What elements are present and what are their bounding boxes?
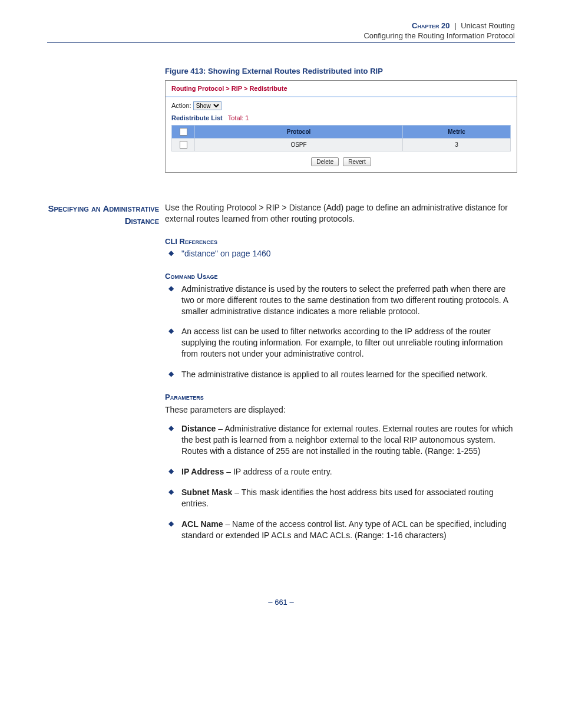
- list-total: Total: 1: [228, 114, 249, 121]
- embedded-ui-screenshot: Routing Protocol > RIP > Redistribute Ac…: [165, 80, 517, 173]
- list-item: Distance – Administrative distance for e…: [165, 423, 515, 457]
- list-item: IP Address – IP address of a route entry…: [165, 466, 515, 477]
- delete-button[interactable]: Delete: [311, 157, 339, 166]
- page-header: Chapter 20 | Unicast Routing Configuring…: [47, 21, 515, 43]
- action-select[interactable]: Show: [193, 101, 222, 110]
- chapter-label: Chapter 20: [412, 21, 449, 30]
- section: Specifying an Administrative Distance Us…: [47, 202, 515, 551]
- figure-caption: Figure 413: Showing External Routes Redi…: [165, 67, 515, 75]
- list-heading-row: Redistribute List Total: 1: [166, 114, 517, 125]
- list-item: Subnet Mask – This mask identifies the h…: [165, 487, 515, 509]
- redistribute-table: Protocol Metric OSPF 3: [171, 125, 511, 151]
- figure-block: Figure 413: Showing External Routes Redi…: [165, 67, 515, 173]
- list-item: ACL Name – Name of the access control li…: [165, 519, 515, 541]
- action-label: Action:: [171, 102, 191, 109]
- list-item: An access list can be used to filter net…: [165, 326, 515, 360]
- list-item: The administrative distance is applied t…: [165, 369, 515, 380]
- command-usage-heading: Command Usage: [165, 271, 515, 282]
- cell-metric: 3: [403, 139, 511, 151]
- parameters-list: Distance – Administrative distance for e…: [165, 423, 515, 541]
- select-all-checkbox[interactable]: [180, 128, 187, 136]
- chapter-title: Unicast Routing: [461, 21, 515, 30]
- table-row: OSPF 3: [172, 139, 511, 151]
- list-item: Administrative distance is used by the r…: [165, 284, 515, 317]
- table-buttons: Delete Revert: [166, 157, 517, 172]
- param-desc: – IP address of a route entry.: [224, 467, 332, 476]
- list-heading: Redistribute List: [171, 114, 223, 121]
- row-checkbox[interactable]: [180, 141, 187, 149]
- param-name: ACL Name: [181, 519, 223, 529]
- param-name: Subnet Mask: [181, 487, 232, 497]
- breadcrumb: Routing Protocol > RIP > Redistribute: [166, 81, 517, 97]
- col-metric: Metric: [403, 126, 511, 139]
- intro-paragraph: Use the Routing Protocol > RIP > Distanc…: [165, 202, 515, 225]
- row-checkbox-cell: [172, 139, 195, 151]
- cli-link[interactable]: "distance" on page 1460: [181, 249, 271, 258]
- table-wrap: Protocol Metric OSPF 3: [166, 125, 517, 157]
- page: Chapter 20 | Unicast Routing Configuring…: [0, 0, 562, 642]
- side-heading: Specifying an Administrative Distance: [47, 202, 165, 551]
- param-name: Distance: [181, 424, 216, 433]
- chapter-subtitle: Configuring the Routing Information Prot…: [47, 31, 515, 40]
- chapter-separator: |: [454, 21, 456, 30]
- parameters-intro: These parameters are displayed:: [165, 404, 515, 416]
- col-protocol: Protocol: [195, 126, 403, 139]
- command-usage-list: Administrative distance is used by the r…: [165, 284, 515, 380]
- param-desc: – Administrative distance for external r…: [181, 424, 513, 456]
- section-body: Use the Routing Protocol > RIP > Distanc…: [165, 202, 515, 551]
- cli-references-heading: CLI References: [165, 236, 515, 247]
- page-number: – 661 –: [47, 598, 515, 607]
- revert-button[interactable]: Revert: [343, 157, 371, 166]
- cli-references-list: "distance" on page 1460: [165, 248, 515, 259]
- param-desc: – Name of the access control list. Any t…: [181, 519, 507, 540]
- header-checkbox-cell: [172, 126, 195, 139]
- cell-protocol: OSPF: [195, 139, 403, 151]
- param-name: IP Address: [181, 467, 224, 476]
- list-item: "distance" on page 1460: [165, 248, 515, 259]
- parameters-heading: Parameters: [165, 392, 515, 403]
- action-row: Action: Show: [166, 97, 517, 114]
